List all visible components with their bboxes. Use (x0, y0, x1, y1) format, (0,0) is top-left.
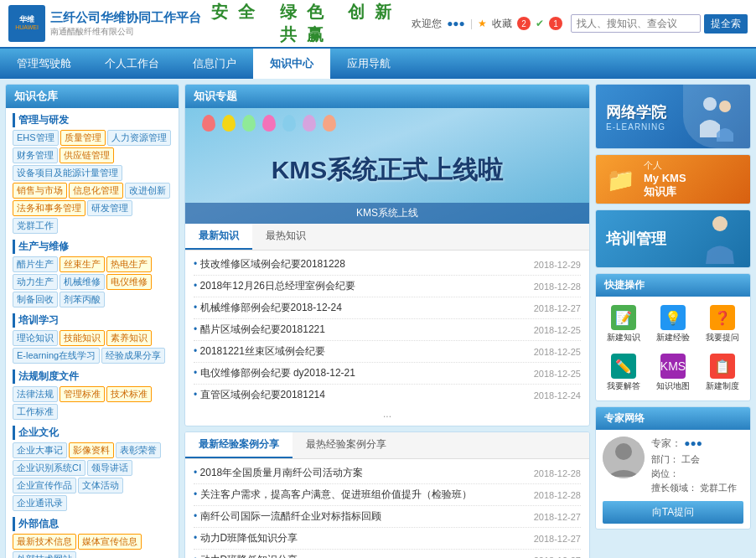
nav-bar: 管理驾驶舱 个人工作台 信息门户 知识中心 应用导航 (0, 49, 756, 79)
knowledge-item[interactable]: • 直管区域例会纪要20181214 2018-12-24 (194, 385, 581, 406)
academy-title: 网络学院 (606, 102, 666, 122)
tab-hot-knowledge[interactable]: 最热知识 (252, 224, 319, 250)
sidebar-section-production: 生产与维修 醋片生产 丝束生产 热电生产 动力生产 机械维修 电仪维修 制备回收… (13, 240, 172, 307)
sidebar-section-external: 外部信息 最新技术信息 媒体宣传信息 外部技术网站 (13, 517, 172, 558)
sidebar-tags-regulation: 法律法规 管理标准 技术标准 工作标准 (13, 386, 172, 420)
ask-expert-button[interactable]: 向TA提问 (603, 501, 743, 524)
tab-latest-knowledge[interactable]: 最新知识 (185, 224, 252, 250)
svg-point-1 (719, 101, 731, 112)
experience-item[interactable]: • 南纤公司国际一流醋纤企业对标指标回顾 2018-12-27 (194, 506, 581, 528)
experience-item[interactable]: • 关注客户需求，提高客户满意、促进班组价值提升（检验班） 2018-12-28 (194, 484, 581, 506)
sidebar-tag[interactable]: 企业大事记 (13, 442, 67, 458)
search-input[interactable] (571, 14, 701, 33)
sidebar-tag[interactable]: 经验成果分享 (101, 348, 165, 364)
sidebar-tag[interactable]: 理论知识 (13, 330, 58, 346)
sidebar-tag[interactable]: 电仪维修 (106, 274, 152, 290)
sidebar-tag[interactable]: 影像资料 (69, 442, 114, 458)
nav-item-workspace[interactable]: 个人工作台 (88, 49, 176, 79)
knowledge-item[interactable]: • 2018年12月26日总经理室例会纪要 2018-12-28 (194, 276, 581, 297)
sidebar-tag[interactable]: 热电生产 (106, 256, 152, 272)
experience-item[interactable]: • 2018年全国质量月南纤公司活动方案 2018-12-28 (194, 462, 581, 484)
tab-hot-experience[interactable]: 最热经验案例分享 (293, 432, 400, 458)
knowledge-more[interactable]: ... (194, 406, 581, 422)
sidebar-tag[interactable]: E-learning在线学习 (13, 348, 100, 364)
training-card[interactable]: 培训管理 (595, 209, 751, 268)
knowledge-item[interactable]: • 机械维修部例会纪要2018-12-24 2018-12-27 (194, 297, 581, 319)
nav-item-dashboard[interactable]: 管理驾驶舱 (0, 49, 88, 79)
tab-latest-experience[interactable]: 最新经验案例分享 (185, 432, 293, 458)
knowledge-date: 2018-12-24 (534, 390, 581, 400)
expert-dept-row: 部门： 工会 (651, 453, 743, 466)
sidebar-section-management: 管理与研发 EHS管理 质量管理 人力资源管理 财务管理 供应链管理 设备项目及… (13, 113, 172, 234)
sidebar-tag[interactable]: 领导讲话 (87, 460, 132, 476)
sidebar-tag[interactable]: 管理标准 (60, 386, 105, 402)
sidebar-tag[interactable]: 质量管理 (60, 130, 106, 146)
sidebar-tag[interactable]: 改进创新 (125, 183, 170, 199)
sidebar-tag[interactable]: 文体活动 (78, 478, 123, 493)
sidebar-tag[interactable]: 制备回收 (13, 292, 58, 307)
sidebar-tag[interactable]: 素养知识 (106, 330, 152, 346)
knowledge-item[interactable]: • 技改维修区域例会纪要20181228 2018-12-29 (194, 254, 581, 276)
my-kms-card[interactable]: 📁 个人 My KMS 知识库 (595, 154, 751, 204)
kms-prefix: 个人 (644, 159, 686, 172)
sidebar-section-title: 生产与维修 (13, 240, 172, 254)
new-experience-icon: 💡 (660, 305, 686, 330)
quick-item-new-experience[interactable]: 💡 新建经验 (650, 302, 696, 347)
experience-list: • 2018年全国质量月南纤公司活动方案 2018-12-28 • 关注客户需求… (185, 459, 589, 558)
check-icon: ✔ (536, 18, 544, 29)
knowledge-link: • 技改维修区域例会纪要20181228 (194, 257, 345, 271)
banner-caption: KMS系统上线 (185, 203, 589, 224)
knowledge-link: • 20181221丝束区域例会纪要 (194, 344, 325, 359)
sidebar-tag[interactable]: 企业通讯录 (13, 495, 67, 511)
sidebar-tag[interactable]: 表彰荣誉 (116, 442, 161, 458)
quick-item-answer[interactable]: ✏️ 我要解答 (601, 350, 647, 395)
sidebar-tag[interactable]: 动力生产 (13, 274, 58, 290)
sidebar-tag[interactable]: 技能知识 (60, 330, 105, 346)
sidebar-tag[interactable]: 机械维修 (60, 274, 105, 290)
sidebar-tag[interactable]: 醋片生产 (13, 256, 58, 272)
experience-item[interactable]: • 动力D班降低知识分享 2018-12-27 (194, 550, 581, 558)
sidebar-section-title: 管理与研发 (13, 113, 172, 127)
quick-item-ask-question[interactable]: ❓ 我要提问 (699, 302, 745, 347)
quick-item-new-regulation[interactable]: 📋 新建制度 (699, 350, 745, 395)
sidebar-tag[interactable]: 设备项目及能源计量管理 (13, 165, 122, 181)
logo-title: 三纤公司华维协同工作平台 (50, 9, 201, 26)
sidebar-tag[interactable]: 技术标准 (106, 386, 152, 402)
sidebar-tag[interactable]: 最新技术信息 (13, 534, 76, 550)
sidebar-tag[interactable]: 工作标准 (13, 404, 58, 420)
sidebar-tag[interactable]: 党群工作 (13, 218, 58, 234)
experience-item[interactable]: • 动力D班降低知识分享 2018-12-27 (194, 528, 581, 550)
sidebar-tag[interactable]: 媒体宣传信息 (78, 534, 142, 550)
nav-item-portal[interactable]: 信息门户 (176, 49, 253, 79)
quick-item-new-knowledge[interactable]: 📝 新建知识 (601, 302, 647, 347)
academy-card[interactable]: 网络学院 E-LEARNING (595, 84, 751, 149)
header-slogan: 安全 绿色 创新 共赢 (210, 1, 403, 46)
knowledge-item[interactable]: • 醋片区域例会纪要20181221 2018-12-25 (194, 319, 581, 341)
quick-ops-grid: 📝 新建知识 💡 新建经验 ❓ 我要提问 ✏️ 我要解答 KMS 知识地 (596, 297, 750, 400)
sidebar-tag[interactable]: 企业识别系统CI (13, 460, 85, 476)
sidebar-tag[interactable]: 法务和事务管理 (13, 200, 85, 216)
header-right: 欢迎您 ●●● | ★ 收藏 2 ✔ 1 提全索 (412, 14, 748, 34)
sidebar-tag[interactable]: EHS管理 (13, 130, 59, 146)
sidebar-tag[interactable]: 剂苯丙酸 (60, 292, 105, 307)
knowledge-link: • 电仪维修部例会纪要 dy2018-12-21 (194, 366, 355, 380)
nav-item-knowledge[interactable]: 知识中心 (253, 49, 330, 79)
sidebar-tag[interactable]: 人力资源管理 (107, 130, 171, 146)
knowledge-date: 2018-12-27 (534, 303, 581, 313)
sidebar-tag[interactable]: 法律法规 (13, 386, 58, 402)
sidebar-tag[interactable]: 企业宣传作品 (13, 478, 76, 493)
sidebar-tag[interactable]: 财务管理 (13, 147, 58, 163)
nav-item-apps[interactable]: 应用导航 (330, 49, 407, 79)
fav-label[interactable]: 收藏 (492, 17, 512, 31)
knowledge-item[interactable]: • 电仪维修部例会纪要 dy2018-12-21 2018-12-25 (194, 363, 581, 385)
knowledge-item[interactable]: • 20181221丝束区域例会纪要 2018-12-25 (194, 341, 581, 363)
sidebar-tag[interactable]: 丝束生产 (60, 256, 105, 272)
sidebar-tag[interactable]: 外部技术网站 (13, 551, 76, 558)
sidebar-tag[interactable]: 研发管理 (87, 200, 132, 216)
sidebar-tag[interactable]: 供应链管理 (60, 147, 114, 163)
search-button[interactable]: 提全索 (704, 14, 748, 34)
sidebar-tag[interactable]: 信息化管理 (69, 183, 123, 199)
svg-point-2 (712, 216, 728, 231)
sidebar-tag[interactable]: 销售与市场 (13, 183, 67, 199)
quick-item-knowledge-map[interactable]: KMS 知识地图 (650, 350, 696, 395)
